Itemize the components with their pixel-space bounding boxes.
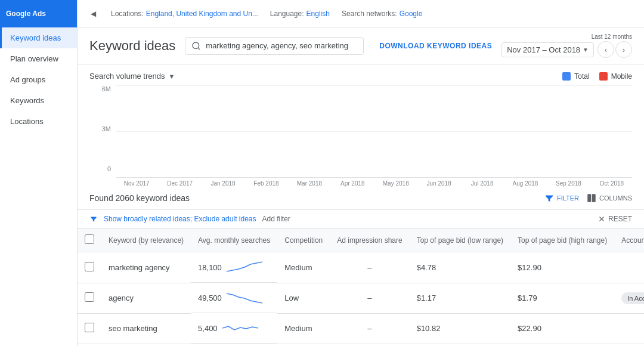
sparkline-chart [227,258,262,276]
sidebar: Google Ads Keyword ideasPlan overviewAd … [0,0,78,346]
row-ad-impression: – [330,283,409,313]
avg-monthly-value: 5,400 [198,324,218,333]
sidebar-item-keyword-ideas[interactable]: Keyword ideas [0,27,77,48]
page-title: Keyword ideas [89,38,175,54]
search-icon [191,41,201,51]
sidebar-toggle[interactable]: ◀ [87,8,99,20]
row-avg-monthly: 18,100 [191,252,277,283]
sidebar-item-ad-groups[interactable]: Ad groups [0,69,77,90]
row-avg-monthly: 49,500 [191,283,277,313]
svg-rect-3 [592,194,596,202]
sparkline-chart [227,289,262,307]
th-ad-impression: Ad impression share [330,228,409,252]
row-checkbox[interactable] [85,323,94,332]
date-range-value-text: Nov 2017 – Oct 2018 [507,45,580,54]
row-competition: Medium [277,313,330,344]
date-range-label: Last 12 months [592,33,632,40]
x-label: Feb 2018 [246,180,286,187]
table-header-row: Keyword (by relevance) Avg. monthly sear… [78,228,644,252]
table-row: agency49,500Low–$1.17$1.79In Account [78,283,644,313]
legend-mobile: Mobile [599,72,632,81]
row-account-status [614,313,644,344]
columns-button[interactable]: COLUMNS [586,193,632,203]
row-checkbox[interactable] [85,262,94,271]
avg-monthly-value: 49,500 [198,294,222,302]
legend-total: Total [562,72,589,81]
date-next-button[interactable]: › [615,41,632,58]
chart-legend: Total Mobile [562,72,632,81]
legend-mobile-label: Mobile [611,72,632,81]
th-bid-high: Top of page bid (high range) [510,228,614,252]
x-label: Nov 2017 [116,180,157,187]
filter-bar: Show broadly related ideas; Exclude adul… [78,210,644,228]
th-select-all [78,228,101,252]
avg-monthly-value: 18,100 [198,263,222,272]
table-section: Found 2060 keyword ideas FILTER COLUMNS [78,187,644,346]
row-ad-impression: – [330,313,409,344]
th-avg-monthly: Avg. monthly searches [191,228,277,252]
table-body: marketing agency18,100Medium–$4.78$12.90… [78,252,644,344]
row-keyword: marketing agency [101,252,191,283]
table-header-bar: Found 2060 keyword ideas FILTER COLUMNS [78,187,644,210]
row-bid-low: $10.82 [410,313,510,344]
chart-wrapper: 6M 3M 0 Nov 2017Dec 2017Jan 2018Feb 2018… [89,85,632,187]
topbar-language-label: Language: [270,10,304,18]
header-right: DOWNLOAD KEYWORD IDEAS Last 12 months No… [379,33,632,58]
topbar-locations-value: England, United Kingdom and Un... [146,10,258,18]
date-nav-arrows: ‹ › [597,41,632,58]
row-bid-high: $12.90 [510,252,614,283]
row-account-status [614,252,644,283]
topbar-language-value: English [306,10,330,18]
svg-point-0 [193,42,199,49]
date-range-dropdown[interactable]: Nov 2017 – Oct 2018 ▼ [501,42,594,57]
chart-header: Search volume trends ▼ Total Mobile [89,72,632,81]
sparkline-chart [222,319,258,337]
date-prev-button[interactable]: ‹ [597,41,614,58]
chart-dropdown-arrow[interactable]: ▼ [168,73,175,80]
page-header: Keyword ideas DOWNLOAD KEYWORD IDEAS Las… [78,27,644,64]
keyword-table: Keyword (by relevance) Avg. monthly sear… [78,228,644,344]
row-ad-impression: – [330,252,409,283]
sidebar-item-locations[interactable]: Locations [0,111,77,132]
y-axis: 6M 3M 0 [89,85,113,172]
reset-button[interactable]: RESET [597,215,632,223]
row-bid-high: $22.90 [510,313,614,344]
sidebar-item-plan-overview[interactable]: Plan overview [0,48,77,69]
add-filter-button[interactable]: Add filter [262,215,290,223]
th-keyword: Keyword (by relevance) [101,228,191,252]
search-input[interactable] [206,41,357,50]
chart-title: Search volume trends [89,72,165,81]
columns-icon [586,193,597,203]
y-label-6m: 6M [102,85,111,92]
bars-container [116,85,632,178]
main-content: ◀ Locations: England, United Kingdom and… [78,0,644,346]
topbar-search-networks-label: Search networks: [342,10,397,18]
th-account-status: Account status [614,228,644,252]
sidebar-item-keywords[interactable]: Keywords [0,90,77,111]
filter-description[interactable]: Show broadly related ideas; Exclude adul… [104,215,256,223]
x-label: Apr 2018 [332,180,373,187]
x-label: Jan 2018 [203,180,243,187]
filter-button[interactable]: FILTER [544,193,579,203]
row-checkbox[interactable] [85,292,94,302]
row-bid-low: $1.17 [410,283,510,313]
found-keywords-text: Found 2060 keyword ideas [89,193,190,203]
date-range-controls: Nov 2017 – Oct 2018 ▼ ‹ › [501,41,632,58]
legend-total-label: Total [574,72,589,81]
table-row: marketing agency18,100Medium–$4.78$12.90 [78,252,644,283]
table-actions: FILTER COLUMNS [544,193,632,203]
select-all-checkbox[interactable] [85,234,94,244]
row-bid-high: $1.79 [510,283,614,313]
download-keyword-ideas-button[interactable]: DOWNLOAD KEYWORD IDEAS [379,42,492,50]
topbar-search-networks: Search networks: Google [342,10,422,18]
dropdown-arrow-icon: ▼ [583,47,589,53]
chart-inner: Nov 2017Dec 2017Jan 2018Feb 2018Mar 2018… [116,85,632,187]
table-row: seo marketing5,400Medium–$10.82$22.90 [78,313,644,344]
row-checkbox-cell [78,313,101,344]
x-label: Oct 2018 [592,180,632,187]
keyword-search-box[interactable] [185,37,364,55]
filter-label: FILTER [557,194,579,202]
x-label: May 2018 [376,180,416,187]
th-competition: Competition [277,228,330,252]
date-range-section: Last 12 months Nov 2017 – Oct 2018 ▼ ‹ › [501,33,632,58]
